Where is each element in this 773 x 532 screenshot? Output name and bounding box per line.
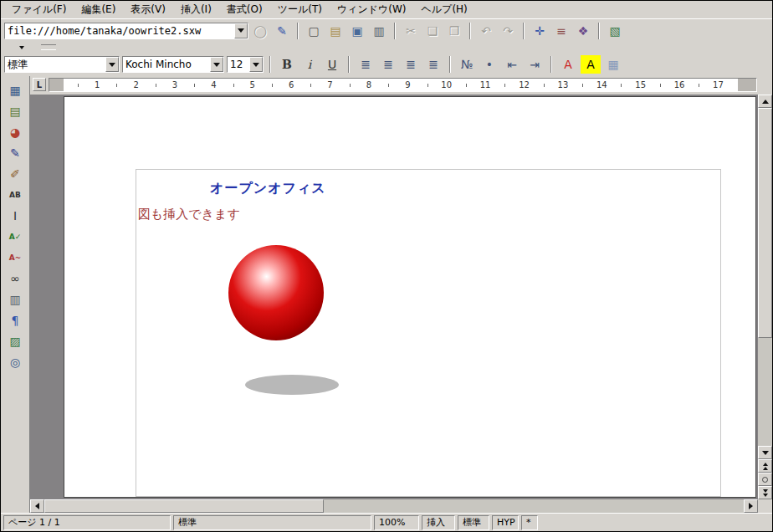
edit-file-icon[interactable]: ✎ bbox=[272, 22, 292, 40]
align-left-icon[interactable]: ≣ bbox=[356, 55, 376, 74]
save-document-icon[interactable]: ▣ bbox=[347, 22, 367, 40]
scroll-right-button[interactable] bbox=[744, 499, 758, 513]
font-color-icon[interactable]: A bbox=[558, 55, 578, 74]
find-replace-icon[interactable]: ∞ bbox=[4, 269, 26, 288]
nonprinting-characters-icon[interactable]: ¶ bbox=[4, 310, 26, 330]
text-frame[interactable]: オープンオフィス 図も挿入できます bbox=[136, 169, 721, 497]
online-layout-icon[interactable]: ◎ bbox=[4, 352, 26, 371]
graphics-onoff-icon[interactable]: ▨ bbox=[4, 331, 26, 350]
status-page[interactable]: ページ 1 / 1 bbox=[3, 515, 171, 530]
url-input[interactable] bbox=[5, 23, 234, 38]
status-selection-mode[interactable]: 標準 bbox=[458, 515, 489, 530]
menu-window[interactable]: ウィンドウ(W) bbox=[330, 1, 414, 18]
gallery-icon[interactable]: ❖ bbox=[573, 22, 593, 40]
menu-edit[interactable]: 編集(E) bbox=[74, 1, 123, 18]
navigator-icon[interactable]: ✛ bbox=[530, 22, 550, 40]
autospellcheck-icon[interactable]: A~ bbox=[4, 248, 26, 267]
url-dropdown-button[interactable] bbox=[234, 23, 248, 38]
separator bbox=[269, 56, 271, 73]
vertical-scroll-thumb[interactable] bbox=[758, 108, 772, 338]
tab-stop-selector[interactable]: L bbox=[33, 78, 46, 91]
align-center-icon[interactable]: ≣ bbox=[378, 55, 398, 74]
paragraph-style-combobox bbox=[4, 56, 120, 73]
direct-cursor-icon[interactable]: I bbox=[4, 206, 26, 225]
navigation-button[interactable] bbox=[758, 473, 772, 486]
increase-indent-icon[interactable]: ⇥ bbox=[525, 55, 545, 74]
paragraph-style-input[interactable] bbox=[5, 57, 105, 72]
insert-icon[interactable]: ▦ bbox=[4, 80, 26, 100]
sphere-image[interactable] bbox=[228, 245, 324, 340]
new-document-icon[interactable]: ▢ bbox=[304, 22, 324, 40]
menu-help[interactable]: ヘルプ(H) bbox=[414, 1, 475, 18]
underline-button[interactable]: U bbox=[322, 55, 342, 74]
horizontal-scroll-thumb[interactable] bbox=[44, 499, 324, 513]
insert-fields-icon[interactable]: ▤ bbox=[4, 101, 26, 120]
main-area: ▦▤◕✎✐ABIA✓A~∞▥¶▨◎ L 12345678910111213141… bbox=[1, 76, 772, 513]
size-dropdown-button[interactable] bbox=[249, 57, 263, 72]
insert-object-icon[interactable]: ◕ bbox=[4, 122, 26, 141]
bullets-icon[interactable]: • bbox=[479, 55, 499, 74]
cut-icon[interactable]: ✂ bbox=[401, 22, 421, 40]
toolbar-drag-handle[interactable] bbox=[41, 44, 56, 50]
numbering-icon[interactable]: № bbox=[457, 55, 477, 74]
form-functions-icon[interactable]: ✐ bbox=[4, 164, 26, 183]
document-area[interactable]: オープンオフィス 図も挿入できます bbox=[30, 95, 758, 499]
previous-page-button[interactable] bbox=[758, 459, 772, 473]
stylist-icon[interactable]: ≡ bbox=[551, 22, 571, 40]
autotext-icon[interactable]: AB bbox=[4, 185, 26, 204]
next-page-button[interactable] bbox=[758, 486, 772, 499]
toolbar-options-button[interactable] bbox=[13, 43, 31, 52]
open-document-icon[interactable]: ▤ bbox=[325, 22, 346, 40]
italic-button[interactable]: i bbox=[299, 55, 320, 74]
horizontal-ruler[interactable]: 1234567891011121314151617 bbox=[49, 78, 757, 92]
align-right-icon[interactable]: ≣ bbox=[401, 55, 421, 74]
document-paragraph[interactable]: 図も挿入できます bbox=[138, 207, 240, 223]
menu-tools[interactable]: ツール(T) bbox=[270, 1, 330, 18]
insert-graphics-icon[interactable]: ▧ bbox=[605, 22, 625, 40]
page[interactable]: オープンオフィス 図も挿入できます bbox=[64, 96, 756, 498]
sphere-shadow bbox=[245, 375, 339, 395]
scroll-left-button[interactable] bbox=[30, 499, 44, 513]
scroll-down-button[interactable] bbox=[758, 446, 772, 459]
chevron-down-icon bbox=[19, 46, 24, 49]
copy-icon[interactable]: ❏ bbox=[422, 22, 443, 40]
data-sources-icon[interactable]: ▥ bbox=[4, 289, 26, 309]
menu-format[interactable]: 書式(O) bbox=[219, 1, 270, 18]
justify-icon[interactable]: ≣ bbox=[423, 55, 443, 74]
background-color-icon[interactable]: ▦ bbox=[603, 55, 623, 74]
spellcheck-icon[interactable]: A✓ bbox=[4, 227, 26, 246]
bold-button[interactable]: B bbox=[277, 55, 297, 74]
status-page-style[interactable]: 標準 bbox=[173, 515, 371, 530]
status-modified[interactable]: * bbox=[521, 515, 538, 530]
document-heading[interactable]: オープンオフィス bbox=[210, 180, 326, 197]
scroll-up-button[interactable] bbox=[758, 95, 772, 108]
ruler-page-span: 1234567891011121314151617 bbox=[64, 79, 738, 91]
style-dropdown-button[interactable] bbox=[105, 57, 119, 72]
horizontal-scroll-track[interactable] bbox=[44, 499, 744, 513]
separator bbox=[394, 23, 396, 39]
font-size-input[interactable] bbox=[228, 57, 249, 72]
undo-icon[interactable]: ↶ bbox=[476, 22, 496, 40]
decrease-indent-icon[interactable]: ⇤ bbox=[502, 55, 522, 74]
font-name-input[interactable] bbox=[123, 57, 210, 72]
status-insert-mode[interactable]: 挿入 bbox=[422, 515, 455, 530]
ruler-number: 12 bbox=[504, 79, 543, 91]
ruler-number: 7 bbox=[310, 79, 349, 91]
stop-icon[interactable]: ◯ bbox=[250, 22, 270, 40]
status-zoom[interactable]: 100% bbox=[374, 515, 419, 530]
application-window: ファイル(F)編集(E)表示(V)挿入(I)書式(O)ツール(T)ウィンドウ(W… bbox=[1, 1, 772, 531]
vertical-scrollbar[interactable] bbox=[758, 95, 772, 499]
horizontal-scrollbar[interactable] bbox=[30, 499, 772, 513]
status-hyperlink-mode[interactable]: HYP bbox=[492, 515, 519, 530]
menu-view[interactable]: 表示(V) bbox=[123, 1, 173, 18]
vertical-scroll-track[interactable] bbox=[758, 108, 772, 446]
menu-insert[interactable]: 挿入(I) bbox=[173, 1, 219, 18]
print-icon[interactable]: ▥ bbox=[369, 22, 389, 40]
redo-icon[interactable]: ↷ bbox=[498, 22, 518, 40]
font-dropdown-button[interactable] bbox=[210, 57, 223, 72]
draw-functions-icon[interactable]: ✎ bbox=[4, 143, 26, 162]
highlighting-icon[interactable]: A bbox=[581, 55, 601, 74]
ruler-number: 3 bbox=[156, 79, 194, 91]
paste-icon[interactable]: ❐ bbox=[444, 22, 464, 40]
menu-file[interactable]: ファイル(F) bbox=[4, 1, 74, 18]
